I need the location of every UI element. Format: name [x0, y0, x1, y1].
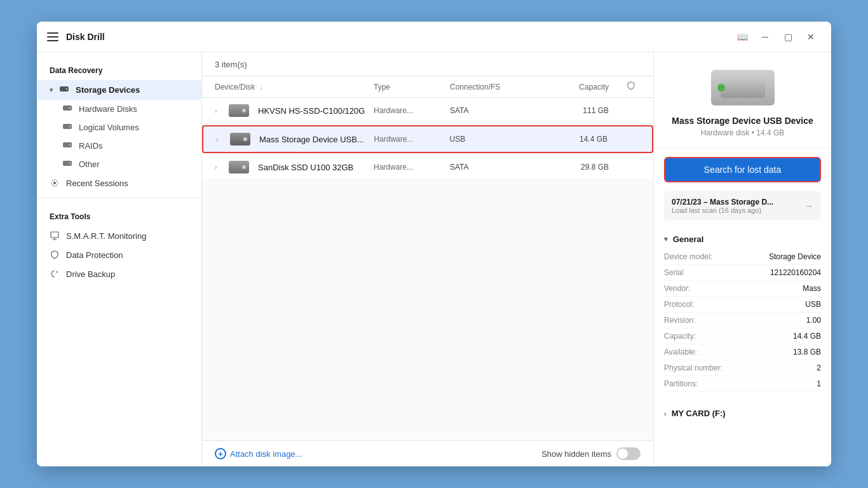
main-panel: 3 item(s) Device/Disk ↓ Type Connection/…	[202, 52, 653, 466]
gear-icon	[50, 178, 60, 188]
header-capacity: Capacity	[545, 83, 621, 92]
content-area: Data Recovery ▾ Storage Devices	[37, 52, 831, 466]
svg-point-9	[69, 163, 71, 165]
monitor-icon	[50, 231, 60, 241]
sidebar-data-protection-label: Data Protection	[66, 250, 123, 260]
extra-tools-label: Extra Tools	[37, 203, 201, 226]
attach-disk-image-link[interactable]: + Attach disk image...	[215, 448, 302, 459]
header-connection: Connection/FS	[450, 83, 545, 92]
cell-capacity-1: 111 GB	[545, 106, 621, 115]
sidebar-item-drive-backup[interactable]: Drive Backup	[37, 264, 201, 283]
header-device-disk[interactable]: Device/Disk ↓	[215, 83, 374, 92]
expand-icon-2[interactable]: ›	[216, 136, 227, 143]
app-title: Disk Drill	[66, 32, 105, 42]
row-device-name-3: SanDisk SSD U100 32GB	[258, 163, 353, 172]
my-card-section: › MY CARD (F:)	[654, 402, 831, 433]
sidebar-smart-label: S.M.A.R.T. Monitoring	[66, 231, 146, 241]
search-lost-data-button[interactable]: Search for lost data	[664, 157, 821, 182]
scan-date: 07/21/23 – Mass Storage D...	[672, 198, 773, 207]
attach-label: Attach disk image...	[230, 449, 302, 459]
device-name-cell-3: › SanDisk SSD U100 32GB	[215, 161, 374, 173]
detail-row-3: Protocol: USB	[664, 297, 821, 313]
disk-icon-raid	[62, 140, 72, 151]
toggle-switch[interactable]	[616, 447, 641, 460]
main-footer: + Attach disk image... Show hidden items	[202, 440, 653, 466]
maximize-button[interactable]: ▢	[778, 27, 798, 47]
arrow-right-icon: →	[804, 201, 813, 211]
cell-capacity-2: 14.4 GB	[545, 135, 620, 144]
svg-point-1	[66, 88, 68, 90]
hidden-items-label: Show hidden items	[541, 449, 611, 459]
sidebar-raids-label: RAIDs	[79, 141, 103, 151]
device-subtitle: Hardware disk • 14.4 GB	[701, 128, 785, 137]
sidebar-storage-devices-label: Storage Devices	[76, 85, 140, 95]
close-button[interactable]: ✕	[801, 27, 821, 47]
minimize-button[interactable]: ─	[755, 27, 775, 47]
sidebar-item-hardware-disks[interactable]: Hardware Disks	[37, 100, 201, 118]
table-row[interactable]: › HKVSN HS-SSD-C100/120G Hardware... SAT…	[202, 98, 653, 124]
expand-icon-1[interactable]: ›	[215, 107, 226, 114]
table-row-3[interactable]: › SanDisk SSD U100 32GB Hardware... SATA…	[202, 154, 653, 180]
expand-icon-3[interactable]: ›	[215, 164, 226, 171]
menu-icon[interactable]	[47, 32, 58, 41]
last-scan-item[interactable]: 07/21/23 – Mass Storage D... Load last s…	[664, 191, 821, 220]
row-device-name-2: Mass Storage Device USB...	[259, 135, 364, 144]
sort-icon: ↓	[260, 84, 263, 91]
svg-rect-11	[51, 232, 58, 238]
sidebar-hw-label: Hardware Disks	[79, 104, 137, 114]
title-bar: Disk Drill 📖 ─ ▢ ✕	[37, 22, 831, 52]
chevron-right-icon: ›	[664, 410, 667, 417]
my-card-section-toggle[interactable]: › MY CARD (F:)	[664, 402, 821, 423]
sidebar-item-smart[interactable]: S.M.A.R.T. Monitoring	[37, 226, 201, 245]
sidebar-other-label: Other	[79, 159, 100, 169]
detail-row-4: Revision: 1.00	[664, 313, 821, 329]
table-body: › HKVSN HS-SSD-C100/120G Hardware... SAT…	[202, 98, 653, 440]
disk-icon-hw	[62, 104, 72, 114]
items-count: 3 item(s)	[215, 60, 641, 76]
plus-icon: +	[215, 448, 226, 459]
cell-type-1: Hardware...	[374, 106, 450, 115]
cell-type-3: Hardware...	[374, 163, 450, 172]
svg-point-7	[69, 144, 71, 146]
svg-point-10	[53, 182, 56, 184]
main-window: Disk Drill 📖 ─ ▢ ✕ Data Recovery ▾ Stora	[37, 22, 831, 466]
title-bar-controls: 📖 ─ ▢ ✕	[732, 27, 821, 47]
row-device-name-1: HKVSN HS-SSD-C100/120G	[258, 106, 365, 116]
device-preview: Mass Storage Device USB Device Hardware …	[654, 52, 831, 148]
detail-row-1: Serial 121220160204	[664, 265, 821, 281]
sidebar-lv-label: Logical Volumes	[79, 123, 139, 132]
sidebar-item-logical-volumes[interactable]: Logical Volumes	[37, 118, 201, 137]
disk-icon-2	[230, 133, 250, 146]
data-recovery-label: Data Recovery	[37, 62, 201, 80]
header-type: Type	[374, 83, 450, 92]
sidebar-item-storage-devices[interactable]: ▾ Storage Devices	[37, 80, 201, 100]
hidden-items-toggle: Show hidden items	[541, 447, 641, 460]
title-bar-left: Disk Drill	[47, 32, 732, 42]
chevron-down-icon: ▾	[50, 86, 53, 93]
device-image-inner	[721, 78, 765, 98]
table-header: Device/Disk ↓ Type Connection/FS Capacit…	[202, 76, 653, 98]
sidebar-item-other[interactable]: Other	[37, 155, 201, 173]
device-title: Mass Storage Device USB Device	[672, 116, 813, 126]
cell-connection-3: SATA	[450, 163, 545, 172]
detail-row-0: Device model: Storage Device	[664, 249, 821, 265]
device-image	[711, 70, 775, 105]
my-card-label: MY CARD (F:)	[672, 409, 726, 418]
sidebar-drive-backup-label: Drive Backup	[66, 269, 115, 279]
cell-capacity-3: 29.8 GB	[545, 163, 621, 172]
device-name-cell-1: › HKVSN HS-SSD-C100/120G	[215, 104, 374, 117]
general-section-label: General	[673, 234, 703, 244]
disk-icon-lv	[62, 122, 72, 133]
sidebar-item-recent-sessions[interactable]: Recent Sessions	[37, 173, 201, 193]
detail-row-5: Capacity: 14.4 GB	[664, 329, 821, 344]
book-button[interactable]: 📖	[732, 27, 752, 47]
table-row-selected[interactable]: › Mass Storage Device USB... Hardware...…	[202, 125, 653, 153]
detail-row-6: Available: 13.8 GB	[664, 344, 821, 360]
svg-point-5	[69, 126, 71, 128]
sidebar-divider	[37, 198, 201, 198]
sidebar-item-data-protection[interactable]: Data Protection	[37, 245, 201, 264]
sidebar-item-raids[interactable]: RAIDs	[37, 137, 201, 155]
main-header: 3 item(s)	[202, 52, 653, 76]
cell-connection-1: SATA	[450, 106, 545, 115]
general-section-toggle[interactable]: ▾ General	[664, 228, 821, 249]
